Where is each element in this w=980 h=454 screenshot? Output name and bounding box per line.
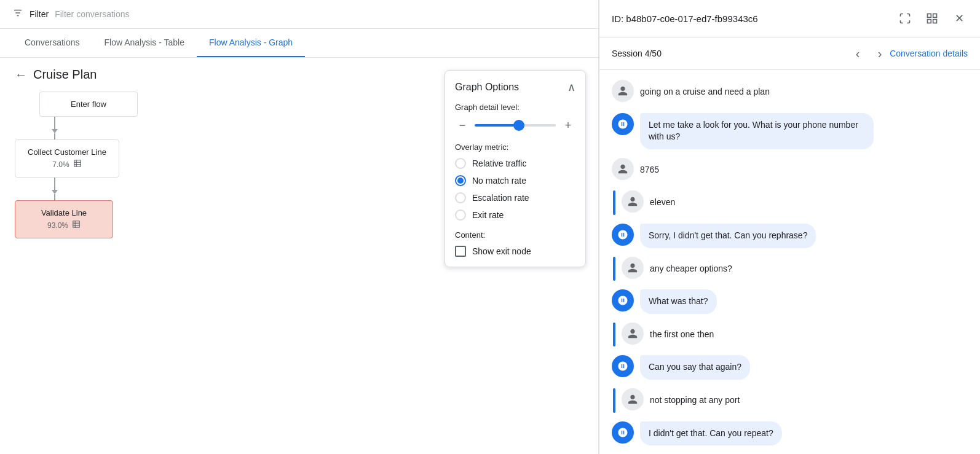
filter-icon bbox=[12, 7, 23, 21]
conversation-details-link[interactable]: Conversation details bbox=[890, 49, 968, 58]
user-avatar bbox=[622, 257, 644, 279]
flow-connector-1 bbox=[52, 117, 58, 139]
flow-node-enter-flow[interactable]: Enter flow bbox=[39, 92, 138, 117]
flow-connector-2 bbox=[52, 178, 58, 200]
radio-exit-rate[interactable]: Exit rate bbox=[455, 209, 575, 221]
graph-options-header: Graph Options ∧ bbox=[455, 80, 575, 94]
back-button[interactable]: ← bbox=[15, 68, 27, 82]
node-table-icon-collect bbox=[73, 159, 82, 170]
radio-circle-exit bbox=[455, 209, 466, 221]
right-panel: ID: b48b07-c0e-017-ed7-fb99343c6 ✕ Sessi… bbox=[599, 0, 980, 454]
svg-rect-12 bbox=[933, 14, 937, 18]
escalation-indicator bbox=[613, 388, 615, 413]
radio-escalation-rate[interactable]: Escalation rate bbox=[455, 192, 575, 203]
user-avatar bbox=[612, 158, 634, 180]
chat-bubble-msg1: going on a cruise and need a plan bbox=[640, 80, 770, 104]
node-label-collect: Collect Customer Line bbox=[28, 147, 106, 157]
radio-label-relative: Relative traffic bbox=[472, 159, 526, 168]
user-avatar bbox=[622, 323, 644, 345]
node-percent-collect: 7.0% bbox=[52, 160, 69, 169]
bot-avatar bbox=[612, 289, 634, 311]
slider-decrease-btn[interactable]: − bbox=[455, 118, 470, 133]
chat-row-msg9: Can you say that again? bbox=[612, 355, 968, 380]
radio-no-match-rate[interactable]: No match rate bbox=[455, 175, 575, 186]
bot-avatar bbox=[612, 113, 634, 135]
nav-arrows: ‹ › bbox=[848, 44, 890, 63]
chat-row-msg10: not stopping at any port bbox=[612, 388, 968, 413]
tabs-bar: Conversations Flow Analysis - Table Flow… bbox=[0, 29, 598, 58]
session-label: Session 4/50 bbox=[612, 49, 848, 58]
session-id-label: ID: b48b07-c0e-017-ed7-fb99343c6 bbox=[612, 14, 896, 24]
content-label: Content: bbox=[455, 230, 575, 240]
radio-circle-relative bbox=[455, 158, 466, 169]
user-avatar bbox=[622, 190, 644, 213]
node-percent-validate: 93.0% bbox=[47, 221, 68, 230]
chat-row-msg5: Sorry, I didn't get that. Can you rephra… bbox=[612, 224, 968, 248]
show-exit-node-checkbox-row[interactable]: Show exit node bbox=[455, 246, 575, 257]
left-panel: Filter Filter conversations Conversation… bbox=[0, 0, 599, 454]
chat-bubble-msg10: not stopping at any port bbox=[650, 388, 740, 413]
chat-row-msg11: I didn't get that. Can you repeat? bbox=[612, 421, 968, 446]
chat-bubble-msg5: Sorry, I didn't get that. Can you rephra… bbox=[640, 224, 816, 248]
overlay-metric-label: Overlay metric: bbox=[455, 143, 575, 152]
tab-conversations[interactable]: Conversations bbox=[12, 29, 92, 57]
node-table-icon-validate bbox=[72, 220, 81, 230]
radio-label-escalation: Escalation rate bbox=[472, 193, 529, 203]
chat-bubble-msg9: Can you say that again? bbox=[640, 355, 750, 380]
content-area: ← Cruise Plan Enter flow Collect Custome… bbox=[0, 58, 598, 454]
node-label-validate: Validate Line bbox=[28, 208, 100, 217]
escalation-indicator bbox=[613, 323, 615, 347]
chat-row-msg1: going on a cruise and need a plan bbox=[612, 80, 968, 104]
chat-row-msg8: the first one then bbox=[612, 323, 968, 347]
radio-label-exit: Exit rate bbox=[472, 210, 504, 220]
radio-relative-traffic[interactable]: Relative traffic bbox=[455, 158, 575, 169]
filter-input-placeholder[interactable]: Filter conversations bbox=[55, 9, 129, 19]
chat-row-msg6: any cheaper options? bbox=[612, 257, 968, 281]
chat-row-msg3: 8765 bbox=[612, 158, 968, 182]
slider-increase-btn[interactable]: + bbox=[561, 118, 575, 133]
right-header-icons: ✕ bbox=[896, 10, 968, 27]
chat-bubble-msg6: any cheaper options? bbox=[650, 257, 732, 281]
chat-bubble-msg4: eleven bbox=[650, 190, 675, 215]
user-avatar bbox=[612, 80, 634, 102]
chat-bubble-msg3: 8765 bbox=[640, 158, 659, 182]
show-exit-node-checkbox[interactable] bbox=[455, 246, 466, 257]
bot-avatar bbox=[612, 224, 634, 246]
chat-row-msg4: eleven bbox=[612, 190, 968, 215]
svg-rect-3 bbox=[74, 160, 81, 167]
graph-detail-label: Graph detail level: bbox=[455, 103, 575, 112]
tab-flow-graph[interactable]: Flow Analysis - Graph bbox=[197, 29, 305, 57]
graph-detail-slider[interactable] bbox=[475, 124, 556, 127]
grid-icon[interactable] bbox=[923, 10, 941, 27]
graph-options-collapse-btn[interactable]: ∧ bbox=[567, 80, 575, 94]
bot-avatar bbox=[612, 421, 634, 444]
filter-label: Filter bbox=[30, 9, 49, 19]
right-panel-header: ID: b48b07-c0e-017-ed7-fb99343c6 ✕ bbox=[599, 0, 980, 37]
show-exit-node-label: Show exit node bbox=[472, 246, 531, 256]
svg-rect-11 bbox=[928, 14, 931, 18]
tab-flow-table[interactable]: Flow Analysis - Table bbox=[92, 29, 197, 57]
prev-session-btn[interactable]: ‹ bbox=[848, 44, 867, 63]
escalation-indicator bbox=[613, 257, 615, 281]
flow-node-collect-customer-line[interactable]: Collect Customer Line 7.0% bbox=[15, 139, 119, 178]
bot-avatar bbox=[612, 355, 634, 377]
slider-row: − + bbox=[455, 118, 575, 133]
node-label-enter-flow: Enter flow bbox=[71, 100, 106, 109]
chat-area: going on a cruise and need a planLet me … bbox=[599, 70, 980, 454]
node-footer-validate: 93.0% bbox=[28, 220, 100, 230]
node-footer-collect: 7.0% bbox=[28, 159, 106, 170]
content-section: Content: Show exit node bbox=[455, 230, 575, 257]
graph-options-panel: Graph Options ∧ Graph detail level: − + … bbox=[445, 70, 586, 267]
radio-circle-no-match bbox=[455, 175, 466, 186]
next-session-btn[interactable]: › bbox=[870, 44, 890, 63]
page-title: Cruise Plan bbox=[33, 68, 97, 82]
flow-node-validate-line[interactable]: Validate Line 93.0% bbox=[15, 200, 113, 238]
fullscreen-icon[interactable] bbox=[896, 10, 914, 27]
chat-row-msg7: What was that? bbox=[612, 289, 968, 314]
graph-options-title: Graph Options bbox=[455, 82, 519, 93]
session-nav: Session 4/50 ‹ › Conversation details bbox=[599, 37, 980, 70]
svg-rect-13 bbox=[933, 20, 937, 23]
radio-label-no-match: No match rate bbox=[472, 176, 526, 186]
svg-rect-7 bbox=[73, 221, 80, 228]
close-icon[interactable]: ✕ bbox=[950, 10, 968, 27]
